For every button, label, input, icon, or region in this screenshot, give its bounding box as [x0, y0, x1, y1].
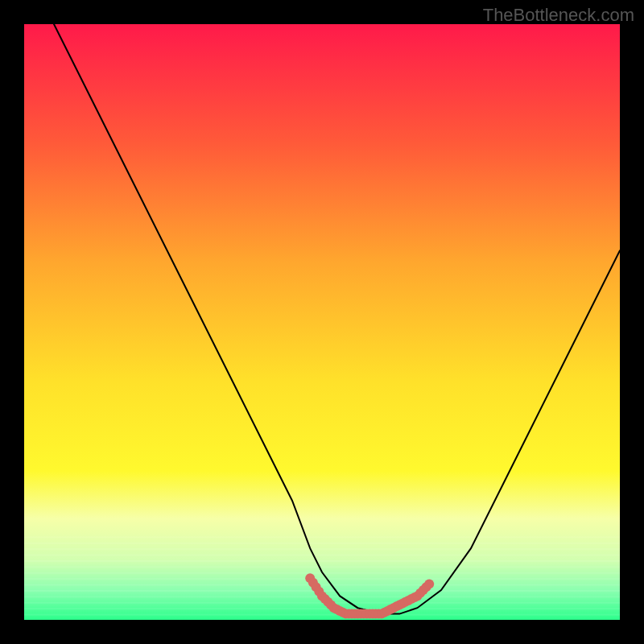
- watermark-text: TheBottleneck.com: [483, 5, 634, 26]
- chart-svg: [24, 24, 620, 620]
- svg-point-54: [424, 580, 434, 589]
- svg-rect-2: [24, 548, 620, 550]
- svg-rect-13: [24, 614, 620, 616]
- svg-rect-4: [24, 560, 620, 562]
- plot-area: [24, 24, 620, 620]
- svg-rect-3: [24, 555, 620, 556]
- gradient-background: [24, 24, 620, 620]
- svg-rect-1: [24, 543, 620, 544]
- svg-rect-5: [24, 566, 620, 568]
- svg-rect-8: [24, 584, 620, 586]
- svg-rect-12: [24, 608, 620, 609]
- svg-rect-7: [24, 578, 620, 580]
- svg-rect-0: [24, 536, 620, 538]
- chart-frame: TheBottleneck.com: [0, 0, 644, 644]
